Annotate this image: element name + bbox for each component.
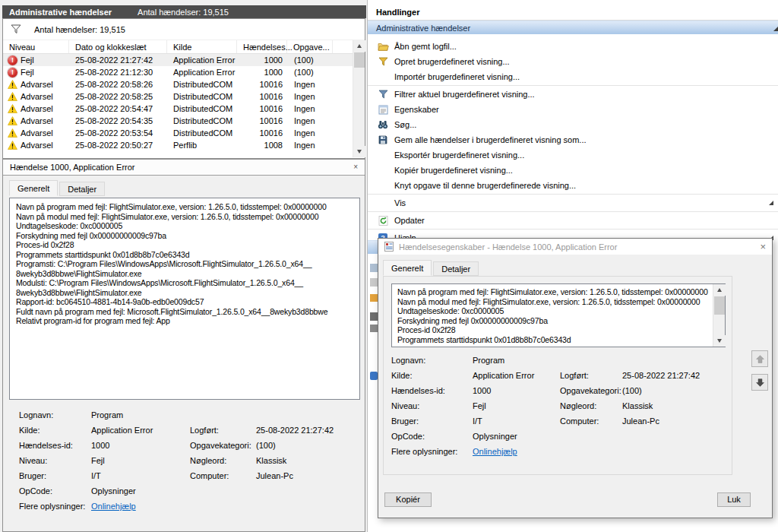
event-fields: Lognavn:Program Kilde:Application ErrorL… — [9, 407, 360, 514]
field-label: OpCode: — [19, 486, 91, 496]
binoculars-icon — [378, 120, 388, 129]
field-label: Opgavekategori: — [190, 441, 256, 450]
collapse-arrow-icon[interactable] — [773, 26, 778, 32]
event-table-panel: Antal hændelser: 19,515 Niveau Dato og k… — [2, 18, 365, 159]
tab-general[interactable]: Generelt — [383, 260, 432, 276]
event-preview-panel: Hændelse 1000, Application Error × Gener… — [2, 159, 365, 532]
action-attach-task[interactable]: Knyt opgave til denne brugerdefinerede v… — [368, 178, 778, 193]
close-icon[interactable]: × — [760, 242, 766, 252]
event-description-box[interactable]: Navn på program med fejl: FlightSimulato… — [391, 283, 726, 347]
field-label: Computer: — [190, 471, 256, 480]
tab-details[interactable]: Detaljer — [59, 182, 105, 196]
row-task: (100) — [287, 54, 333, 66]
action-refresh[interactable]: Opdater — [368, 213, 778, 228]
scroll-up-button[interactable] — [713, 284, 726, 296]
description-line: Proces-id 0x2f28 — [16, 240, 353, 250]
column-header-date[interactable]: Dato og klokkeslæt — [69, 40, 167, 53]
scroll-up-button[interactable] — [353, 40, 365, 52]
column-header-event-id[interactable]: Hændelses... — [237, 40, 287, 53]
field-label: Logført: — [560, 371, 622, 380]
field-label: Bruger: — [391, 416, 473, 426]
copy-button[interactable]: Kopiér — [384, 492, 432, 507]
online-help-link[interactable]: Onlinehjælp — [473, 447, 560, 456]
column-header-task[interactable]: Opgave... — [287, 40, 333, 53]
warning-icon — [8, 141, 17, 150]
hidden-group-header-sliver — [368, 240, 378, 254]
table-row[interactable]: !Fejl 25-08-2022 21:12:30 Application Er… — [3, 66, 365, 78]
action-view-submenu[interactable]: Vis — [368, 195, 778, 211]
field-value: 25-08-2022 21:27:42 — [256, 426, 360, 435]
table-row[interactable]: Advarsel 25-08-2022 20:54:47 Distributed… — [3, 103, 365, 115]
field-label: Hændelses-id: — [391, 386, 473, 395]
field-label: Flere oplysninger: — [19, 502, 91, 511]
previous-event-button[interactable] — [751, 350, 768, 367]
scroll-down-button[interactable] — [353, 146, 365, 157]
event-description-box[interactable]: Navn på program med fejl: FlightSimulato… — [9, 198, 360, 400]
action-properties[interactable]: Egenskaber — [368, 102, 778, 117]
filter-icon — [378, 90, 388, 99]
hidden-action-icon — [370, 294, 378, 302]
preview-title: Hændelse 1000, Application Error — [10, 163, 134, 172]
field-label: Kilde: — [19, 426, 91, 435]
action-save-all-events[interactable]: Gem alle hændelser i brugerdefineret vis… — [368, 132, 778, 147]
field-value: Fejl — [91, 456, 190, 465]
action-open-saved-log[interactable]: Åbn gemt logfil... — [368, 39, 778, 54]
action-create-custom-view[interactable]: Opret brugerdefineret visning... — [368, 54, 778, 69]
row-date: 25-08-2022 20:53:54 — [69, 127, 167, 139]
tab-general[interactable]: Generelt — [9, 180, 58, 196]
actions-title: Handlinger — [368, 4, 778, 21]
dialog-tab-page: Navn på program med fejl: FlightSimulato… — [383, 276, 732, 475]
description-scrollbar[interactable] — [713, 284, 725, 347]
action-import-custom-view[interactable]: Importér brugerdefineret visning... — [368, 69, 778, 84]
warning-icon — [8, 116, 17, 125]
up-arrow-icon — [755, 354, 765, 364]
table-scrollbar[interactable] — [353, 40, 365, 157]
dialog-title-bar[interactable]: Hændelsesegenskaber - Hændelse 1000, App… — [378, 239, 772, 255]
close-button[interactable]: Luk — [717, 492, 751, 507]
row-date: 25-08-2022 21:12:30 — [69, 66, 167, 78]
separator — [368, 211, 778, 212]
scroll-thumb[interactable] — [714, 296, 725, 315]
description-line: Forskydning med fejl 0x00000000009c97ba — [397, 316, 707, 326]
table-row[interactable]: Advarsel 25-08-2022 20:50:27 Perflib 100… — [3, 139, 365, 151]
row-source: Application Error — [167, 54, 237, 66]
action-find[interactable]: Søg... — [368, 117, 778, 132]
close-icon[interactable]: × — [353, 163, 358, 171]
row-event-id: 10016 — [237, 78, 287, 90]
online-help-link[interactable]: Onlinehjælp — [91, 502, 190, 511]
dialog-title: Hændelsesegenskaber - Hændelse 1000, App… — [399, 242, 617, 252]
field-value: (100) — [256, 441, 360, 450]
hidden-action-icon — [370, 372, 378, 380]
description-line: 8wekyb3d8bbwe\FlightSimulator.exe — [16, 269, 353, 279]
hidden-action-icon — [370, 278, 378, 287]
scroll-thumb[interactable] — [354, 52, 365, 68]
actions-group-header[interactable]: Administrative hændelser — [368, 21, 778, 34]
row-event-id: 1000 — [237, 54, 287, 66]
row-date: 25-08-2022 21:27:42 — [69, 54, 167, 66]
table-row[interactable]: Advarsel 25-08-2022 20:58:25 Distributed… — [3, 90, 365, 103]
table-row[interactable]: Advarsel 25-08-2022 20:53:54 Distributed… — [3, 127, 365, 139]
action-filter-current-view[interactable]: Filtrer aktuel brugerdefineret visning..… — [368, 87, 778, 102]
next-event-button[interactable] — [751, 374, 768, 391]
scroll-down-button[interactable] — [713, 335, 726, 347]
table-row[interactable]: Advarsel 25-08-2022 20:54:35 Distributed… — [3, 115, 365, 127]
field-label: Flere oplysninger: — [391, 447, 473, 456]
row-event-id: 10016 — [237, 103, 287, 115]
row-level: Fejl — [21, 55, 34, 65]
row-task: Ingen — [287, 127, 333, 139]
event-list-pane: Administrative hændelser Antal hændelser… — [0, 0, 367, 532]
warning-icon — [8, 92, 17, 101]
hidden-action-icon — [370, 312, 378, 321]
tab-details[interactable]: Detaljer — [433, 261, 479, 276]
action-copy-custom-view[interactable]: Kopiér brugerdefineret visning... — [368, 163, 778, 178]
table-row[interactable]: !Fejl 25-08-2022 21:27:42 Application Er… — [3, 54, 365, 66]
dialog-tabs: Generelt Detaljer — [383, 260, 480, 276]
column-header-source[interactable]: Kilde — [167, 40, 237, 53]
action-export-custom-view[interactable]: Eksportér brugerdefineret visning... — [368, 147, 778, 163]
table-row[interactable]: Advarsel 25-08-2022 20:58:26 Distributed… — [3, 78, 365, 90]
table-header: Niveau Dato og klokkeslæt Kilde Hændelse… — [3, 40, 365, 54]
preview-header: Hændelse 1000, Application Error × — [3, 160, 365, 176]
row-source: DistributedCOM — [167, 90, 237, 103]
column-header-level[interactable]: Niveau — [3, 40, 69, 53]
row-task: Ingen — [287, 115, 333, 127]
